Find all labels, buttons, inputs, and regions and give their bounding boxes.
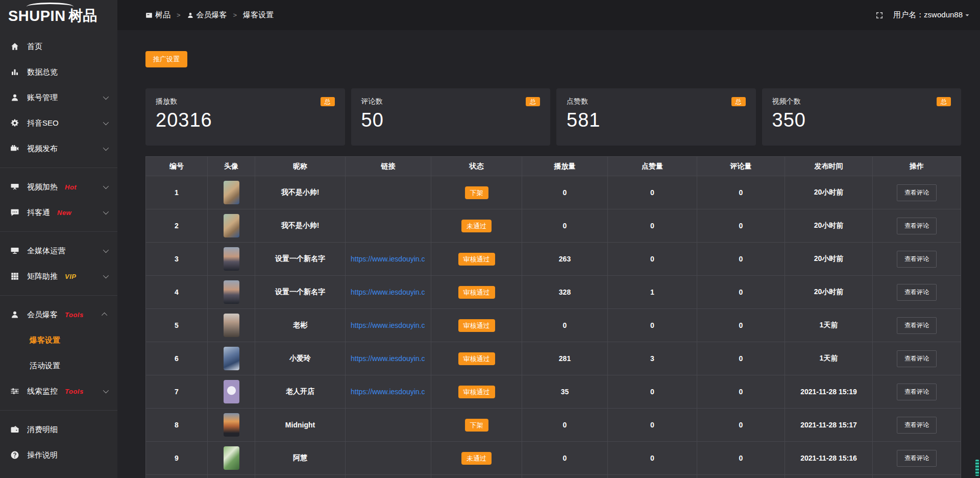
cell-number — [146, 475, 208, 478]
video-link[interactable]: https://www.iesdouyin.c — [346, 288, 431, 296]
view-comments-button[interactable]: 查看评论 — [897, 384, 937, 400]
cell-action: 查看评论 — [873, 176, 961, 209]
breadcrumb-item[interactable]: 树品 — [145, 10, 170, 20]
cell-link — [346, 209, 431, 243]
status-badge: 审核通过 — [458, 286, 495, 299]
cell-likes: 0 — [608, 375, 697, 409]
cell-link: https://www.iesdouyin.c — [346, 309, 431, 342]
cell-link: https://www.iesdouyin.c — [346, 375, 431, 409]
avatar — [224, 314, 239, 337]
status-badge: 审核通过 — [458, 386, 495, 398]
sidebar-item-clue-monitor[interactable]: 线索监控Tools — [0, 378, 117, 404]
cell-likes — [608, 475, 697, 478]
column-header: 发布时间 — [785, 157, 873, 176]
sidebar-item-video-publish[interactable]: 视频发布 — [0, 136, 117, 161]
column-header: 编号 — [146, 157, 208, 176]
video-link[interactable]: https://www.iesdouyin.c — [346, 321, 431, 329]
cell-plays: 281 — [522, 342, 608, 375]
table-row: 2我不是小帅!未通过00020小时前查看评论 — [146, 209, 961, 243]
cell-number: 7 — [146, 375, 208, 409]
member-videos-table: 编号头像昵称链接状态播放量点赞量评论量发布时间操作1我不是小帅!下架00020小… — [145, 156, 961, 478]
cell-publish-time: 1天前 — [785, 342, 873, 375]
sidebar-item-baoke-settings[interactable]: 爆客设置 — [0, 327, 117, 353]
cell-nickname — [255, 475, 346, 478]
cell-link: https://www.iesdouyin.c — [346, 342, 431, 375]
cell-nickname: 设置一个新名字 — [255, 276, 346, 309]
cell-action — [873, 475, 961, 478]
view-comments-button[interactable]: 查看评论 — [897, 184, 937, 201]
sidebar-item-consumption-detail[interactable]: 消费明细 — [0, 417, 117, 442]
sidebar-item-matrix-boost[interactable]: 矩阵助推VIP — [0, 264, 117, 289]
sidebar-item-label: 视频发布 — [27, 144, 58, 154]
sidebar-item-label: 全媒体运营 — [27, 246, 65, 256]
cell-status: 未通过 — [431, 209, 522, 243]
breadcrumb-separator: > — [177, 11, 181, 19]
cell-avatar — [208, 409, 255, 442]
camera-icon — [10, 144, 19, 153]
cell-publish-time: 2021-11-28 15:19 — [785, 375, 873, 409]
total-badge: 总 — [321, 97, 335, 106]
sidebar-item-member-baoke[interactable]: 会员爆客Tools — [0, 302, 117, 327]
breadcrumb: 树品>会员爆客>爆客设置 — [145, 10, 274, 20]
view-comments-button[interactable]: 查看评论 — [897, 251, 937, 268]
fullscreen-icon[interactable] — [875, 11, 884, 20]
view-comments-button[interactable]: 查看评论 — [897, 317, 937, 334]
breadcrumb-item[interactable]: 会员爆客 — [187, 10, 227, 20]
stat-card-value: 50 — [361, 109, 541, 131]
sidebar-item-omni-media[interactable]: 全媒体运营 — [0, 238, 117, 264]
scrollbar-fragment[interactable] — [975, 460, 979, 476]
column-header: 昵称 — [255, 157, 346, 176]
cell-avatar — [208, 442, 255, 475]
cell-status — [431, 475, 522, 478]
chevron-down-icon — [103, 119, 109, 125]
username-dropdown[interactable]: 用户名：zswodun88 — [893, 10, 971, 20]
home-icon — [10, 42, 19, 51]
avatar — [224, 214, 239, 237]
stat-card: 点赞数总581 — [556, 88, 756, 146]
chevron-down-icon — [103, 94, 109, 100]
video-link[interactable]: https://www.iesdouyin.c — [346, 354, 431, 363]
status-badge: 未通过 — [461, 452, 492, 465]
avatar — [224, 413, 239, 437]
chevron-down-icon — [103, 388, 109, 393]
sidebar-item-douketong[interactable]: 抖客通New — [0, 200, 117, 225]
cell-avatar — [208, 209, 255, 243]
cell-comments: 0 — [697, 176, 785, 209]
cell-action: 查看评论 — [873, 309, 961, 342]
breadcrumb-item[interactable]: 爆客设置 — [243, 10, 274, 20]
video-link[interactable]: https://www.iesdouyin.c — [346, 388, 431, 396]
table-row: 5老彬https://www.iesdouyin.c审核通过0001天前查看评论 — [146, 309, 961, 342]
cell-publish-time: 20小时前 — [785, 243, 873, 276]
cell-link — [346, 475, 431, 478]
sidebar-item-home[interactable]: 首页 — [0, 34, 117, 59]
cell-nickname: 老彬 — [255, 309, 346, 342]
status-badge: 审核通过 — [458, 352, 495, 365]
sidebar-item-account-management[interactable]: 账号管理 — [0, 85, 117, 110]
view-comments-button[interactable]: 查看评论 — [897, 417, 937, 434]
sidebar-item-video-heating[interactable]: 视频加热Hot — [0, 174, 117, 200]
cell-comments: 0 — [697, 209, 785, 243]
sidebar-item-douyin-seo[interactable]: 抖音SEO — [0, 110, 117, 136]
video-link[interactable]: https://www.iesdouyin.c — [346, 255, 431, 263]
total-badge: 总 — [526, 97, 540, 106]
sidebar-item-label: 矩阵助推 — [27, 272, 58, 281]
status-badge: 未通过 — [461, 220, 492, 232]
cell-number: 5 — [146, 309, 208, 342]
sidebar-item-tag: Hot — [65, 183, 77, 191]
view-comments-button[interactable]: 查看评论 — [897, 450, 937, 467]
sidebar-item-activity-settings[interactable]: 活动设置 — [0, 353, 117, 378]
view-comments-button[interactable]: 查看评论 — [897, 350, 937, 367]
cell-comments: 0 — [697, 375, 785, 409]
sidebar-item-tag: Tools — [65, 311, 84, 319]
avatar — [224, 280, 239, 304]
sidebar-item-data-overview[interactable]: 数据总览 — [0, 59, 117, 85]
chevron-down-icon — [103, 209, 109, 214]
cell-action: 查看评论 — [873, 442, 961, 475]
cell-likes: 0 — [608, 176, 697, 209]
promo-settings-button[interactable]: 推广设置 — [145, 51, 187, 67]
cell-publish-time: 2021-11-28 15:17 — [785, 409, 873, 442]
view-comments-button[interactable]: 查看评论 — [897, 218, 937, 234]
view-comments-button[interactable]: 查看评论 — [897, 284, 937, 301]
sidebar-item-operation-guide[interactable]: 操作说明 — [0, 442, 117, 468]
breadcrumb-label: 爆客设置 — [243, 10, 274, 20]
